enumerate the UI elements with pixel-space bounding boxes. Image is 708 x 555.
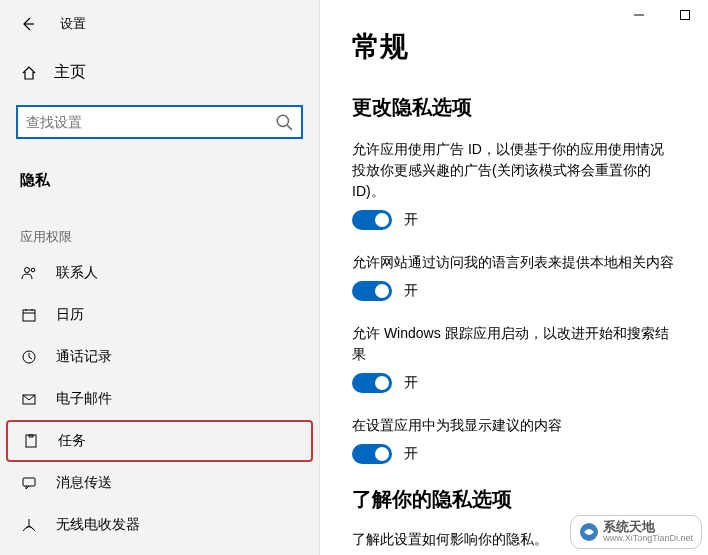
sidebar-item-tasks[interactable]: 任务 [6, 420, 313, 462]
home-icon [20, 65, 38, 81]
titlebar: 设置 [0, 8, 319, 52]
toggle-row: 开 [352, 444, 676, 464]
learn-heading: 了解你的隐私选项 [352, 486, 676, 513]
toggle-row: 开 [352, 210, 676, 230]
setting-app-launch: 允许 Windows 跟踪应用启动，以改进开始和搜索结果 开 [352, 323, 676, 393]
toggle-state: 开 [404, 374, 418, 392]
nav-label: 电子邮件 [56, 390, 112, 408]
svg-point-2 [31, 268, 35, 272]
watermark-logo-icon [579, 522, 599, 542]
messaging-icon [20, 474, 38, 492]
svg-point-1 [25, 268, 30, 273]
svg-point-0 [277, 115, 288, 126]
nav-label: 消息传送 [56, 474, 112, 492]
nav-label: 任务 [58, 432, 86, 450]
section-heading: 更改隐私选项 [352, 94, 676, 121]
contacts-icon [20, 264, 38, 282]
sidebar-item-radio[interactable]: 无线电收发器 [0, 504, 319, 546]
toggle-row: 开 [352, 373, 676, 393]
setting-desc: 在设置应用中为我显示建议的内容 [352, 415, 676, 436]
toggle-switch[interactable] [352, 281, 392, 301]
setting-desc: 允许应用使用广告 ID，以便基于你的应用使用情况投放你更感兴趣的广告(关闭该模式… [352, 139, 676, 202]
tasks-icon [22, 432, 40, 450]
search-input[interactable] [26, 114, 275, 130]
minimize-icon [634, 10, 644, 20]
sidebar: 设置 主页 隐私 应用权限 联系人 日历 通话记录 电子邮件 任务 消息传送 [0, 0, 320, 555]
category-heading: 隐私 [0, 151, 319, 200]
search-box[interactable] [16, 105, 303, 139]
sidebar-item-contacts[interactable]: 联系人 [0, 252, 319, 294]
search-icon [275, 113, 293, 131]
watermark-url: www.XiTongTianDi.net [603, 534, 693, 544]
sidebar-item-callhistory[interactable]: 通话记录 [0, 336, 319, 378]
home-nav[interactable]: 主页 [0, 52, 319, 93]
setting-desc: 允许网站通过访问我的语言列表来提供本地相关内容 [352, 252, 676, 273]
callhistory-icon [20, 348, 38, 366]
back-button[interactable] [16, 12, 40, 36]
section-label: 应用权限 [0, 200, 319, 252]
email-icon [20, 390, 38, 408]
maximize-icon [680, 10, 690, 20]
toggle-state: 开 [404, 445, 418, 463]
page-heading: 常规 [352, 28, 676, 66]
setting-suggestions: 在设置应用中为我显示建议的内容 开 [352, 415, 676, 464]
setting-language-list: 允许网站通过访问我的语言列表来提供本地相关内容 开 [352, 252, 676, 301]
nav-label: 日历 [56, 306, 84, 324]
content-area: 常规 更改隐私选项 允许应用使用广告 ID，以便基于你的应用使用情况投放你更感兴… [320, 0, 708, 555]
watermark-title: 系统天地 [603, 520, 693, 534]
home-label: 主页 [54, 62, 86, 83]
window-controls [616, 0, 708, 30]
watermark: 系统天地 www.XiTongTianDi.net [570, 515, 702, 549]
search-container [16, 105, 303, 139]
nav-label: 无线电收发器 [56, 516, 140, 534]
sidebar-item-calendar[interactable]: 日历 [0, 294, 319, 336]
radio-icon [20, 516, 38, 534]
nav-label: 通话记录 [56, 348, 112, 366]
sidebar-item-messaging[interactable]: 消息传送 [0, 462, 319, 504]
arrow-left-icon [20, 16, 36, 32]
maximize-button[interactable] [662, 0, 708, 30]
toggle-switch[interactable] [352, 210, 392, 230]
sidebar-item-email[interactable]: 电子邮件 [0, 378, 319, 420]
svg-rect-7 [23, 478, 35, 486]
minimize-button[interactable] [616, 0, 662, 30]
svg-rect-3 [23, 310, 35, 321]
app-title: 设置 [60, 15, 86, 33]
svg-rect-8 [681, 11, 690, 20]
setting-desc: 允许 Windows 跟踪应用启动，以改进开始和搜索结果 [352, 323, 676, 365]
nav-label: 联系人 [56, 264, 98, 282]
calendar-icon [20, 306, 38, 324]
toggle-state: 开 [404, 211, 418, 229]
toggle-switch[interactable] [352, 444, 392, 464]
toggle-switch[interactable] [352, 373, 392, 393]
toggle-state: 开 [404, 282, 418, 300]
setting-ad-id: 允许应用使用广告 ID，以便基于你的应用使用情况投放你更感兴趣的广告(关闭该模式… [352, 139, 676, 230]
toggle-row: 开 [352, 281, 676, 301]
